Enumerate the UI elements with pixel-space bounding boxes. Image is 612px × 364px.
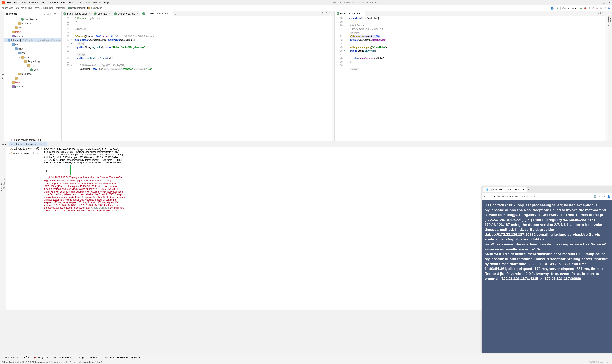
tree-item[interactable]: ⌄main: [4, 47, 61, 51]
debug-icon[interactable]: 🐞: [584, 7, 587, 10]
tree-item[interactable]: mpom.xml: [4, 84, 61, 89]
inspections-widget[interactable]: ⚠2 ∧ ⋮: [598, 12, 606, 14]
run-tab[interactable]: mdubbo-service [tomcat7:run]×: [9, 138, 47, 142]
status-icon[interactable]: ▢: [1, 361, 4, 364]
close-tab-icon[interactable]: ×: [109, 13, 110, 15]
close-tab-icon[interactable]: ×: [89, 13, 90, 15]
menu-run[interactable]: Run: [69, 1, 73, 4]
editor-tabs-right[interactable]: CUserController.java×⋮: [335, 11, 608, 16]
select-opened-icon[interactable]: ⊙: [44, 13, 45, 15]
tree-item[interactable]: ⌄java: [4, 51, 61, 55]
tree-item[interactable]: ›test: [4, 26, 61, 30]
tree-item[interactable]: CUser: [4, 68, 61, 72]
code-editor[interactable]: public class UserController { //注入 Servi…: [347, 16, 605, 141]
editor-tab[interactable]: CUserService.java×: [112, 11, 140, 16]
project-view-icon[interactable]: ▤: [6, 13, 8, 15]
code-editor[interactable]: * @author DingJiaxiong *///@Service@Serv…: [74, 16, 332, 141]
tree-item[interactable]: ›test: [4, 76, 61, 80]
tree-item[interactable]: resources: [4, 21, 61, 26]
maximize-icon[interactable]: ▢: [603, 1, 605, 4]
run-tree-item[interactable]: ⌄ ⟳ dubbo-web [tomc 24 sec: [6, 148, 41, 151]
left-bottom-tool-strip[interactable]: ☆ Bookmarks ⬚ Structure: [0, 145, 4, 222]
browser-tab[interactable]: 🧊 Apache Tomcat/7.0.37 - Error ✕: [483, 187, 527, 192]
project-tree[interactable]: CUserServiceresources›test›targetmpom.xm…: [4, 16, 61, 90]
close-icon[interactable]: ×: [44, 139, 45, 141]
back-icon[interactable]: ←: [484, 195, 486, 198]
bottom-tool-profile[interactable]: ◔ Profile: [131, 356, 140, 359]
bottom-tool-services[interactable]: ⬢ Services: [117, 356, 128, 359]
menu-build[interactable]: Build: [61, 1, 66, 4]
settings-icon[interactable]: ⚙: [604, 7, 606, 10]
editor-tab[interactable]: CUserController.java×: [335, 11, 365, 16]
bottom-tool-run[interactable]: ▶ Run: [24, 356, 30, 359]
breadcrumb-item[interactable]: com: [35, 7, 39, 9]
menu-help[interactable]: Help: [104, 1, 109, 4]
close-tab-icon[interactable]: ×: [361, 12, 363, 15]
bottom-tool-version-control[interactable]: ⌥ Version Control: [1, 356, 20, 359]
tree-item[interactable]: ›target: [4, 80, 61, 84]
run-config-selector[interactable]: Current File ▾: [560, 6, 578, 10]
breadcrumb-item[interactable]: dubbo-web: [2, 7, 13, 9]
user-icon[interactable]: 👤▾: [550, 7, 554, 10]
collapse-all-icon[interactable]: ⇱: [51, 13, 53, 15]
hide-icon[interactable]: —: [58, 13, 60, 15]
tree-item[interactable]: ⌄dubbo-pojo D:\DingJiaxiong\IdeaProjects…: [4, 38, 61, 42]
menu-code[interactable]: Code: [41, 1, 46, 4]
menu-window[interactable]: Window: [93, 1, 101, 4]
breadcrumb-item[interactable]: UserController: [70, 7, 85, 9]
menu-vcs[interactable]: VCS: [85, 1, 90, 4]
close-tab-icon[interactable]: ×: [170, 12, 171, 15]
coverage-icon[interactable]: ⊕: [589, 7, 591, 10]
bottom-toolbar[interactable]: ⌥ Version Control▶ Run🐞 Debug☑ TODO⚠ Pro…: [0, 355, 612, 360]
profile-icon[interactable]: ◔: [593, 7, 594, 10]
bookmark-icon[interactable]: ☆: [603, 195, 605, 198]
site-info-icon[interactable]: ⓘ: [497, 195, 500, 198]
menu-view[interactable]: View: [21, 1, 26, 4]
tree-item[interactable]: CUserService: [4, 17, 61, 21]
menu-edit[interactable]: Edit: [13, 1, 18, 4]
bottom-tool-terminal[interactable]: ›_ Terminal: [87, 356, 98, 359]
bottom-tool-spring[interactable]: ✿ Spring: [74, 356, 84, 359]
close-tab-icon[interactable]: ✕: [522, 188, 524, 191]
tree-item[interactable]: ›target: [4, 30, 61, 34]
editor-tab[interactable]: CUser.java×: [92, 11, 112, 16]
breadcrumb-item[interactable]: java: [28, 7, 32, 9]
menu-file[interactable]: File: [7, 1, 11, 4]
editor-tabs-left[interactable]: Cm.xml (dubbo-pojo)×CUser.java×CUserServ…: [62, 11, 334, 16]
profile-icon[interactable]: 👤: [607, 195, 610, 198]
run-tab[interactable]: mdubbo-web [tomcat7:run]×: [9, 142, 47, 146]
expand-all-icon[interactable]: ⇲: [47, 13, 49, 15]
status-message[interactable]: Localized IntelliJ IDEA 2022.2.3 is avai…: [4, 361, 102, 364]
bottom-tool-endpoints[interactable]: ⊙ Endpoints: [101, 356, 114, 359]
right-tool-strip[interactable]: m Maven 🗄 Database 🔔 Notifications: [608, 11, 612, 141]
new-tab-icon[interactable]: +: [528, 188, 530, 191]
tree-item[interactable]: ⌄pojo: [4, 64, 61, 68]
breadcrumb-item[interactable]: src: [15, 7, 19, 9]
forward-icon[interactable]: →: [489, 195, 491, 198]
translate-icon[interactable]: 🔤: [593, 195, 596, 198]
stop-icon[interactable]: ■: [596, 7, 598, 10]
build-icon[interactable]: ⚒: [556, 7, 559, 10]
settings-icon[interactable]: ⚙: [54, 13, 56, 15]
learn-icon[interactable]: ▶: [608, 7, 610, 10]
breadcrumb-item[interactable]: main: [21, 7, 26, 9]
tree-item[interactable]: mpom.xml: [4, 34, 61, 38]
tree-item[interactable]: ⌄dingjiaxiong: [4, 59, 61, 64]
bottom-tool-debug[interactable]: 🐞 Debug: [33, 356, 44, 359]
minimize-icon[interactable]: —: [597, 1, 599, 4]
bottom-tool-todo[interactable]: ☑ TODO: [46, 356, 56, 359]
tree-item[interactable]: resources: [4, 72, 61, 76]
menu-tools[interactable]: Tools: [77, 1, 82, 4]
search-icon[interactable]: 🔍: [599, 7, 602, 10]
share-icon[interactable]: ⇪: [599, 195, 600, 198]
close-tab-icon[interactable]: ×: [137, 13, 138, 15]
inspections-widget[interactable]: ⚠1 ✓3 ∧ ⋮: [322, 12, 333, 14]
bottom-tool-problems[interactable]: ⚠ Problems: [59, 356, 71, 359]
close-icon[interactable]: ×: [41, 143, 42, 145]
editor-tab[interactable]: CUserServiceImpl.java×: [140, 11, 173, 16]
menu-refactor[interactable]: Refactor: [49, 1, 58, 4]
left-tool-strip[interactable]: Project: [0, 11, 4, 141]
tab-options-icon[interactable]: ⋮: [178, 13, 183, 15]
menu-navigate[interactable]: Navigate: [29, 1, 38, 4]
tree-item[interactable]: ⌄com: [4, 55, 61, 59]
